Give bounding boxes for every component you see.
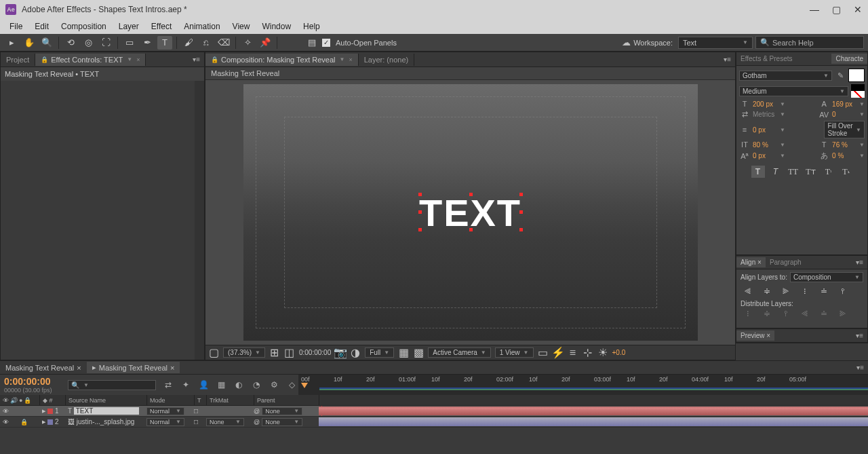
italic-button[interactable]: T bbox=[769, 166, 783, 178]
window-close-button[interactable]: ✕ bbox=[853, 5, 863, 14]
sync-icon[interactable]: ☁ bbox=[622, 37, 631, 48]
close-icon[interactable]: × bbox=[77, 364, 81, 372]
selection-handle[interactable] bbox=[519, 210, 523, 214]
preserve-transparency[interactable]: □ bbox=[194, 407, 198, 415]
selection-handle[interactable] bbox=[519, 228, 523, 231]
pickwhip-icon[interactable]: @ bbox=[254, 408, 260, 415]
blend-mode-select[interactable]: Normal▼ bbox=[146, 407, 184, 415]
reset-exposure-icon[interactable]: ☀ bbox=[597, 347, 608, 358]
panel-menu-icon[interactable]: ▾≡ bbox=[856, 364, 864, 371]
flowchart-icon[interactable]: ⊹ bbox=[583, 347, 593, 358]
fast-preview-icon[interactable]: ⚡ bbox=[553, 347, 564, 358]
layer-duration-bar[interactable] bbox=[319, 417, 868, 426]
tab-character[interactable]: Characte bbox=[831, 54, 867, 64]
transparency-grid-icon[interactable]: ▦ bbox=[398, 347, 409, 358]
zoom-select[interactable]: (37.3%)▼ bbox=[223, 347, 265, 358]
quality-select[interactable]: Full▼ bbox=[365, 347, 394, 358]
preserve-transparency[interactable]: □ bbox=[194, 418, 198, 425]
align-right-button[interactable]: ⫸ bbox=[778, 285, 793, 297]
superscript-button[interactable]: T¹ bbox=[822, 166, 835, 178]
selection-tool[interactable]: ▸ bbox=[4, 36, 19, 50]
current-time-indicator[interactable] bbox=[301, 383, 308, 388]
tab-effect-controls[interactable]: 🔒 Effect Controls: TEXT ▼ × bbox=[35, 54, 146, 66]
views-select[interactable]: 1 View▼ bbox=[495, 347, 534, 358]
hand-tool[interactable]: ✋ bbox=[22, 36, 37, 50]
time-ruler[interactable]: 00f10f20f01:00f10f20f02:00f10f20f03:00f1… bbox=[298, 375, 868, 395]
selection-handle[interactable] bbox=[469, 193, 473, 196]
parent-select[interactable]: None▼ bbox=[262, 418, 302, 426]
menu-composition[interactable]: Composition bbox=[56, 20, 112, 33]
subscript-button[interactable]: T₁ bbox=[840, 166, 853, 178]
align-hcenter-button[interactable]: ≑ bbox=[760, 285, 774, 297]
align-bottom-button[interactable]: ⫯ bbox=[835, 285, 850, 297]
stroke-color-swatch[interactable] bbox=[851, 84, 865, 91]
menu-window[interactable]: Window bbox=[256, 20, 296, 33]
parent-select[interactable]: None▼ bbox=[262, 407, 302, 415]
exposure-value[interactable]: +0.0 bbox=[612, 349, 626, 356]
timeline-tab-1[interactable]: Masking Text Reveal × bbox=[0, 362, 87, 373]
layer-name[interactable]: TEXT bbox=[74, 407, 139, 415]
always-preview-icon[interactable]: ▢ bbox=[208, 347, 219, 358]
shy-layers-icon[interactable]: 👤 bbox=[197, 378, 210, 392]
rectangle-tool[interactable]: ▭ bbox=[122, 36, 137, 50]
selection-handle[interactable] bbox=[418, 193, 422, 196]
camera-tool[interactable]: ◎ bbox=[81, 36, 96, 50]
smallcaps-button[interactable]: Tᴛ bbox=[804, 166, 818, 178]
roto-tool[interactable]: ✧ bbox=[240, 36, 255, 50]
eraser-tool[interactable]: ⌫ bbox=[216, 36, 231, 50]
fill-color-swatch[interactable] bbox=[848, 69, 865, 82]
tab-align[interactable]: Align × bbox=[736, 257, 766, 267]
baseline-value[interactable]: 0 px bbox=[753, 152, 776, 159]
lock-col-icon[interactable]: 🔒 bbox=[24, 397, 31, 404]
layer-name[interactable]: justin-..._splash.jpg bbox=[77, 418, 135, 425]
workspace-select[interactable]: Text▼ bbox=[678, 37, 753, 49]
track-matte-select[interactable]: None▼ bbox=[206, 418, 244, 426]
close-icon[interactable]: × bbox=[766, 332, 770, 339]
scrollbar[interactable] bbox=[195, 81, 204, 360]
layer-row[interactable]: 👁🔒▶2🖼 justin-..._splash.jpgNormal▼□None▼… bbox=[0, 417, 868, 428]
label-color[interactable] bbox=[47, 409, 53, 414]
twirl-icon[interactable]: ▶ bbox=[42, 419, 45, 425]
close-icon[interactable]: × bbox=[349, 56, 352, 63]
tracking-value[interactable]: 0 bbox=[832, 111, 855, 118]
allcaps-button[interactable]: TT bbox=[787, 166, 800, 178]
panel-icon[interactable]: ▤ bbox=[304, 36, 319, 50]
comp-mini-flowchart-icon[interactable]: ⇄ bbox=[161, 378, 175, 392]
panel-menu-icon[interactable]: ▾≡ bbox=[856, 332, 863, 339]
menu-edit[interactable]: Edit bbox=[29, 20, 54, 33]
timeline-search[interactable]: 🔍▼ bbox=[68, 380, 156, 390]
timeline-icon[interactable]: ≡ bbox=[568, 347, 578, 358]
draft-3d-icon[interactable]: ✦ bbox=[179, 378, 193, 392]
auto-open-checkbox[interactable]: ✓ bbox=[322, 39, 330, 47]
composition-viewer[interactable]: TEXT bbox=[205, 80, 735, 345]
eye-toggle[interactable]: 👁 bbox=[3, 408, 9, 415]
kerning-value[interactable]: Metrics bbox=[753, 111, 776, 118]
menu-view[interactable]: View bbox=[227, 20, 256, 33]
tab-preview[interactable]: Preview × bbox=[736, 330, 774, 341]
type-tool[interactable]: T bbox=[157, 36, 172, 50]
brush-tool[interactable]: 🖌 bbox=[181, 36, 196, 50]
menu-effect[interactable]: Effect bbox=[146, 20, 177, 33]
menu-animation[interactable]: Animation bbox=[178, 20, 225, 33]
stroke-width-value[interactable]: 0 px bbox=[753, 126, 776, 134]
pen-tool[interactable]: ✒ bbox=[140, 36, 155, 50]
tab-effects-presets[interactable]: Effects & Presets bbox=[736, 54, 797, 64]
timeline-tab-2[interactable]: ▸ Masking Text Reveal × bbox=[87, 362, 180, 373]
lock-toggle[interactable]: 🔒 bbox=[20, 419, 28, 425]
leading-value[interactable]: 169 px bbox=[832, 100, 855, 108]
snapshot-icon[interactable]: 📷 bbox=[335, 347, 346, 358]
pickwhip-icon[interactable]: @ bbox=[254, 419, 260, 425]
zoom-tool[interactable]: 🔍 bbox=[39, 36, 54, 50]
clone-tool[interactable]: ⎌ bbox=[199, 36, 214, 50]
selection-handle[interactable] bbox=[469, 228, 473, 231]
blend-mode-select[interactable]: Normal▼ bbox=[146, 418, 184, 426]
no-stroke-swatch[interactable] bbox=[851, 91, 865, 98]
font-family-select[interactable]: Gotham▼ bbox=[739, 71, 832, 81]
selection-handle[interactable] bbox=[519, 193, 523, 196]
solo-col-icon[interactable]: ● bbox=[19, 397, 22, 404]
selection-handle[interactable] bbox=[418, 210, 422, 214]
bold-button[interactable]: T bbox=[751, 166, 765, 178]
align-vcenter-button[interactable]: ≐ bbox=[816, 285, 831, 297]
stroke-mode-select[interactable]: Fill Over Stroke▼ bbox=[824, 121, 865, 138]
rotate-tool[interactable]: ⟲ bbox=[63, 36, 78, 50]
